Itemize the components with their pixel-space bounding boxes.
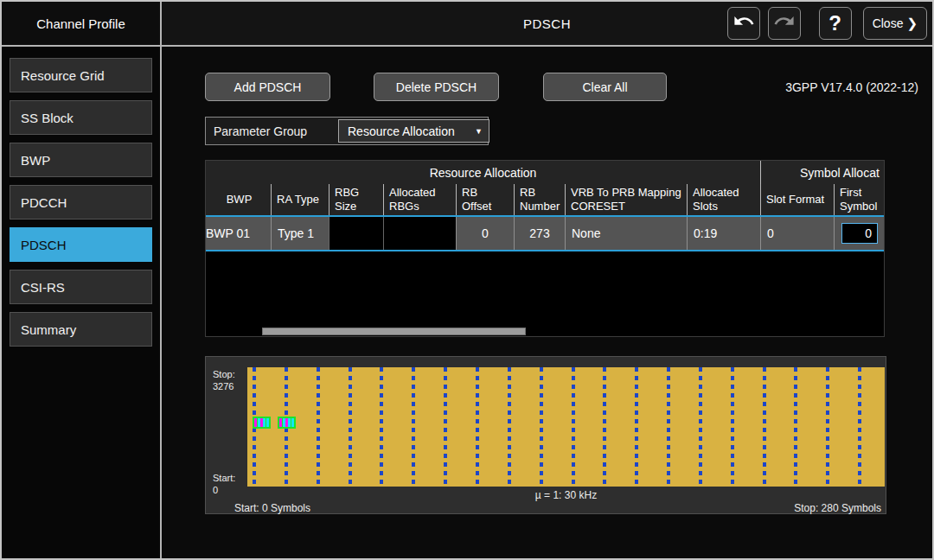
chart-plot-area bbox=[247, 367, 885, 487]
y-axis-start-label: Start:0 bbox=[213, 473, 235, 497]
sidebar-item-pdsch[interactable]: PDSCH bbox=[10, 227, 152, 262]
parameter-group-label: Parameter Group bbox=[206, 124, 307, 138]
titlebar-buttons: ? Close ❯ bbox=[727, 7, 927, 40]
help-icon: ? bbox=[828, 11, 841, 35]
x-axis-start-label: Start: 0 Symbols bbox=[234, 502, 310, 514]
cell-rb-number[interactable]: 273 bbox=[514, 217, 565, 250]
column-header-vrb-to-prb-mapping-coreset: VRB To PRB Mapping CORESET bbox=[565, 184, 687, 215]
cell-allocated-slots[interactable]: 0:19 bbox=[687, 217, 760, 250]
sidebar-header-label: Channel Profile bbox=[36, 16, 125, 31]
table-empty-area bbox=[206, 251, 884, 337]
redo-button[interactable] bbox=[768, 7, 801, 40]
first-symbol-input[interactable]: 0 bbox=[841, 223, 878, 244]
cell-vrb-to-prb-mapping-value: None bbox=[572, 226, 600, 240]
table-column-header-row: BWPRA TypeRBG SizeAllocated RBGsRB Offse… bbox=[206, 184, 884, 215]
sidebar-item-resource-grid[interactable]: Resource Grid bbox=[10, 58, 152, 92]
help-button[interactable]: ? bbox=[819, 7, 852, 40]
column-header-allocated-slots: Allocated Slots bbox=[687, 184, 760, 215]
slot-gridline bbox=[412, 367, 415, 487]
sidebar-item-ss-block[interactable]: SS Block bbox=[10, 100, 152, 135]
sidebar-item-csi-rs[interactable]: CSI-RS bbox=[10, 270, 152, 304]
undo-icon bbox=[732, 10, 755, 36]
slot-gridline bbox=[508, 367, 511, 487]
slot-gridline bbox=[380, 367, 383, 487]
table-row[interactable]: BWP 01Type 10273None0:1900 bbox=[206, 217, 884, 250]
cell-vrb-to-prb-mapping[interactable]: None bbox=[565, 217, 687, 250]
cell-ra-type-value: Type 1 bbox=[278, 226, 314, 240]
cell-allocated-rbgs[interactable] bbox=[383, 217, 456, 250]
group-header-resource-allocation: Resource Allocation bbox=[206, 161, 760, 184]
undo-button[interactable] bbox=[727, 7, 760, 40]
slot-gridline bbox=[540, 367, 543, 487]
slot-gridline bbox=[794, 367, 797, 487]
x-axis-stop-label: Stop: 280 Symbols bbox=[794, 502, 881, 514]
parameter-group-value: Resource Allocation bbox=[348, 124, 455, 138]
clear-all-button[interactable]: Clear All bbox=[543, 73, 667, 101]
close-button-label: Close bbox=[873, 16, 904, 30]
parameter-group-box: Parameter Group Resource Allocation ▼ bbox=[205, 117, 489, 145]
redo-icon bbox=[773, 10, 796, 36]
pdsch-allocation-marker bbox=[278, 417, 296, 429]
slot-gridline bbox=[858, 367, 861, 487]
column-header-slot-format: Slot Format bbox=[760, 184, 834, 215]
sidebar-header: Channel Profile bbox=[2, 2, 160, 47]
column-header-rb-offset: RB Offset bbox=[456, 184, 514, 215]
column-header-rb-number: RB Number bbox=[514, 184, 565, 215]
app-window: Channel Profile PDSCH ? Close ❯ bbox=[0, 0, 934, 560]
numerology-label: µ = 1: 30 kHz bbox=[247, 489, 885, 501]
allocation-chart: Stop:3276 Start:0 µ = 1: 30 kHz Start: 0… bbox=[205, 356, 886, 514]
slot-gridline bbox=[826, 367, 829, 487]
group-header-symbol-allocat: Symbol Allocat bbox=[760, 161, 884, 184]
sidebar-nav: Resource GridSS BlockBWPPDCCHPDSCHCSI-RS… bbox=[2, 47, 160, 558]
cell-rbg-size[interactable] bbox=[329, 217, 383, 250]
delete-pdsch-button[interactable]: Delete PDSCH bbox=[374, 73, 499, 101]
table-group-header-row: Resource AllocationSymbol Allocat bbox=[206, 161, 884, 184]
cell-rb-offset-value: 0 bbox=[482, 226, 489, 240]
column-header-rbg-size: RBG Size bbox=[329, 184, 383, 215]
slot-gridline bbox=[667, 367, 670, 487]
slot-gridline bbox=[476, 367, 479, 487]
dropdown-arrow-icon: ▼ bbox=[475, 127, 483, 136]
cell-slot-format-value: 0 bbox=[767, 226, 774, 240]
chevron-right-icon: ❯ bbox=[906, 16, 918, 31]
slot-gridline bbox=[699, 367, 702, 487]
sidebar-item-pdcch[interactable]: PDCCH bbox=[10, 185, 152, 220]
slot-gridline bbox=[349, 367, 352, 487]
pdsch-allocation-marker bbox=[253, 417, 271, 429]
slot-gridline bbox=[731, 367, 734, 487]
sidebar-item-bwp[interactable]: BWP bbox=[10, 143, 152, 177]
slot-gridline bbox=[572, 367, 575, 487]
cell-allocated-slots-value: 0:19 bbox=[694, 226, 717, 240]
cell-rb-number-value: 273 bbox=[529, 226, 549, 240]
main-panel: Add PDSCH Delete PDSCH Clear All 3GPP V1… bbox=[162, 47, 932, 558]
slot-gridline bbox=[763, 367, 766, 487]
column-header-ra-type: RA Type bbox=[271, 184, 329, 215]
cell-bwp-value: BWP 01 bbox=[206, 226, 250, 240]
horizontal-scrollbar-thumb[interactable] bbox=[262, 328, 526, 335]
cell-slot-format[interactable]: 0 bbox=[760, 217, 834, 250]
close-button[interactable]: Close ❯ bbox=[863, 7, 927, 40]
titlebar: PDSCH ? Close ❯ bbox=[162, 2, 932, 47]
slot-gridline bbox=[444, 367, 447, 487]
cell-bwp[interactable]: BWP 01 bbox=[206, 217, 271, 250]
cell-first-symbol[interactable]: 0 bbox=[834, 217, 884, 250]
cell-ra-type[interactable]: Type 1 bbox=[271, 217, 329, 250]
add-pdsch-button[interactable]: Add PDSCH bbox=[205, 73, 330, 101]
y-axis-stop-label: Stop:3276 bbox=[213, 369, 235, 393]
slot-gridline bbox=[603, 367, 606, 487]
cell-rb-offset[interactable]: 0 bbox=[456, 217, 514, 250]
sidebar-item-summary[interactable]: Summary bbox=[10, 312, 152, 347]
column-header-first-symbol: First Symbol bbox=[834, 184, 884, 215]
column-header-allocated-rbgs: Allocated RBGs bbox=[383, 184, 456, 215]
slot-gridline bbox=[317, 367, 320, 487]
column-header-bwp: BWP bbox=[206, 184, 271, 215]
pdsch-table: Resource AllocationSymbol Allocat BWPRA … bbox=[205, 160, 885, 337]
slot-gridline bbox=[635, 367, 638, 487]
standard-version-label: 3GPP V17.4.0 (2022-12) bbox=[785, 80, 918, 94]
parameter-group-dropdown[interactable]: Resource Allocation ▼ bbox=[338, 119, 489, 143]
